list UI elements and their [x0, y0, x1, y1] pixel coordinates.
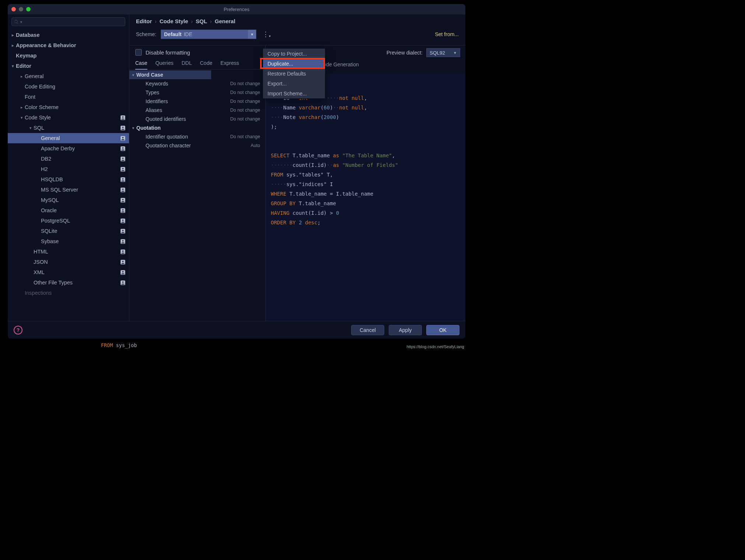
sidebar-item-sqlite[interactable]: SQLite	[8, 226, 129, 236]
sidebar-item-sybase[interactable]: Sybase	[8, 236, 129, 246]
sidebar-item-h2[interactable]: H2	[8, 164, 129, 174]
profile-icon	[119, 176, 126, 182]
sidebar-item-label: MS SQL Server	[41, 187, 117, 193]
sidebar-item-label: XML	[34, 269, 117, 275]
setting-key: Quoted identifiers	[146, 116, 230, 122]
tab-code[interactable]: Code	[200, 60, 212, 69]
setting-keywords[interactable]: KeywordsDo not change	[129, 79, 265, 88]
sidebar-item-font[interactable]: Font	[8, 92, 129, 102]
sidebar-item-label: HTML	[34, 249, 117, 255]
ctx-restore-defaults[interactable]: Restore Defaults	[263, 69, 325, 78]
preview-dialect-select[interactable]: SQL92 ▼	[426, 48, 460, 57]
sidebar-item-xml[interactable]: XML	[8, 267, 129, 277]
sidebar-item-other-file-types[interactable]: Other File Types	[8, 277, 129, 288]
group-header-quotation[interactable]: ▾Quotation	[129, 123, 265, 132]
sidebar-item-oracle[interactable]: Oracle	[8, 205, 129, 216]
case-settings-tree: ▾Word CaseKeywordsDo not changeTypesDo n…	[129, 70, 265, 151]
disable-formatting-checkbox[interactable]	[135, 49, 142, 56]
sidebar-item-code-editing[interactable]: Code Editing	[8, 81, 129, 92]
ok-button[interactable]: OK	[426, 325, 459, 335]
group-title: Word Case	[136, 72, 163, 78]
tab-case[interactable]: Case	[135, 60, 147, 70]
sidebar-item-apache-derby[interactable]: Apache Derby	[8, 143, 129, 154]
sidebar-item-db2[interactable]: DB2	[8, 154, 129, 164]
setting-aliases[interactable]: AliasesDo not change	[129, 106, 265, 115]
tab-queries[interactable]: Queries	[155, 60, 174, 69]
chevron-down-icon: ▼	[453, 51, 457, 55]
sidebar-item-hsqldb[interactable]: HSQLDB	[8, 174, 129, 185]
sidebar-item-json[interactable]: JSON	[8, 257, 129, 267]
profile-icon	[119, 156, 126, 162]
sidebar-item-appearance-behavior[interactable]: ▸Appearance & Behavior	[8, 40, 129, 50]
setting-key: Keywords	[146, 81, 230, 87]
content: ▾ ▸Database▸Appearance & BehaviorKeymap▾…	[8, 14, 465, 321]
svg-point-7	[122, 147, 123, 148]
breadcrumb-code-style[interactable]: Code Style	[160, 18, 188, 24]
ctx-import-scheme[interactable]: Import Scheme...	[263, 88, 325, 98]
cancel-button[interactable]: Cancel	[351, 325, 384, 335]
sidebar-item-label: Inspections	[25, 290, 126, 296]
sidebar-item-label: Keymap	[16, 53, 126, 59]
search-icon	[14, 20, 19, 24]
setting-value: Do not change	[230, 108, 260, 113]
sidebar-item-html[interactable]: HTML	[8, 246, 129, 257]
apply-button[interactable]: Apply	[389, 325, 422, 335]
sidebar-item-label: H2	[41, 166, 117, 172]
scheme-select[interactable]: Default IDE ▼	[161, 29, 256, 39]
watermark: https://blog.csdn.net/SeafyLiang	[406, 344, 464, 349]
scheme-actions-button[interactable]: ⋮▾	[261, 31, 272, 38]
tab-ddl[interactable]: DDL	[182, 60, 192, 69]
help-button[interactable]: ?	[14, 326, 22, 335]
sidebar-item-sql[interactable]: ▾SQL	[8, 123, 129, 133]
svg-point-1	[122, 116, 123, 118]
tab-express[interactable]: Express	[220, 60, 239, 69]
sidebar-item-inspections[interactable]: Inspections	[8, 288, 129, 298]
svg-point-27	[122, 250, 123, 252]
chevron-down-icon: ▾	[28, 126, 34, 130]
set-from-link[interactable]: Set from...	[435, 31, 459, 37]
setting-key: Types	[146, 90, 230, 95]
sidebar-item-editor[interactable]: ▾Editor	[8, 61, 129, 71]
sidebar-item-label: SQLite	[41, 228, 117, 234]
sidebar-item-keymap[interactable]: Keymap	[8, 50, 129, 61]
profile-icon	[119, 228, 126, 234]
sidebar-item-color-scheme[interactable]: ▸Color Scheme	[8, 102, 129, 112]
breadcrumb-general: General	[215, 18, 235, 24]
sidebar-item-ms-sql-server[interactable]: MS SQL Server	[8, 185, 129, 195]
tab-code-generation[interactable]: Code Generation	[319, 62, 359, 70]
sidebar-item-postgresql[interactable]: PostgreSQL	[8, 216, 129, 226]
setting-identifiers[interactable]: IdentifiersDo not change	[129, 97, 265, 106]
setting-value: Do not change	[230, 99, 260, 104]
setting-types[interactable]: TypesDo not change	[129, 88, 265, 97]
sidebar-item-label: SQL	[34, 125, 117, 131]
profile-icon	[119, 146, 126, 151]
window-title: Preferences	[8, 7, 465, 12]
scheme-label: Scheme:	[136, 31, 156, 37]
profile-icon	[119, 218, 126, 224]
chevron-down-icon: ▾	[132, 73, 134, 77]
ctx-export[interactable]: Export...	[263, 78, 325, 88]
setting-quotation-character[interactable]: Quotation characterAuto	[129, 141, 265, 150]
svg-point-5	[122, 137, 123, 138]
search-input[interactable]: ▾	[11, 17, 125, 26]
sidebar-item-code-style[interactable]: ▾Code Style	[8, 112, 129, 123]
sidebar-item-general[interactable]: ▸General	[8, 71, 129, 81]
breadcrumb-editor[interactable]: Editor	[136, 18, 152, 24]
chevron-down-icon: ▾	[10, 64, 16, 69]
setting-key: Quotation character	[146, 143, 251, 148]
profile-icon	[119, 269, 126, 275]
sidebar-item-database[interactable]: ▸Database	[8, 30, 129, 40]
profile-icon	[119, 135, 126, 141]
sidebar-item-label: Other File Types	[34, 280, 117, 286]
sidebar-item-label: PostgreSQL	[41, 218, 117, 224]
setting-identifier-quotation[interactable]: Identifier quotationDo not change	[129, 132, 265, 141]
sidebar-item-general[interactable]: General	[8, 133, 129, 143]
profile-icon	[119, 187, 126, 193]
breadcrumb-sql[interactable]: SQL	[196, 18, 207, 24]
setting-quoted-identifiers[interactable]: Quoted identifiersDo not change	[129, 115, 265, 123]
ctx-copy-to-project[interactable]: Copy to Project...	[263, 49, 325, 59]
svg-point-21	[122, 219, 123, 221]
sidebar-item-mysql[interactable]: MySQL	[8, 195, 129, 205]
ctx-duplicate[interactable]: Duplicate...	[263, 59, 325, 69]
group-header-word-case[interactable]: ▾Word Case	[129, 70, 211, 79]
